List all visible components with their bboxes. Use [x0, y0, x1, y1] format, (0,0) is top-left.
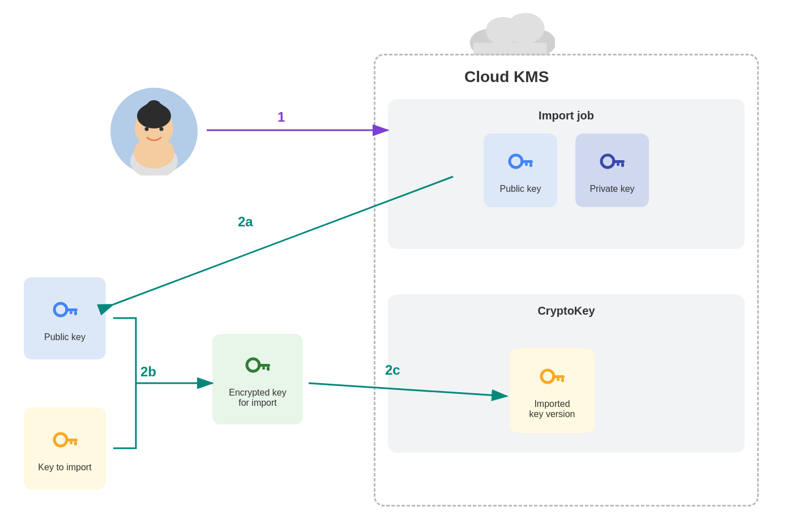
private-key-icon	[596, 147, 628, 178]
svg-point-14	[541, 370, 554, 383]
left-public-key-card: Public key	[24, 277, 106, 359]
svg-point-6	[510, 155, 522, 168]
left-public-key-label: Public key	[44, 332, 86, 342]
svg-point-37	[144, 109, 164, 118]
svg-rect-13	[617, 163, 620, 166]
svg-rect-29	[262, 367, 265, 370]
import-job-private-key-card: Private key	[575, 134, 649, 207]
public-key-icon	[505, 147, 536, 178]
svg-rect-28	[267, 367, 270, 371]
person-avatar	[110, 88, 198, 178]
arrow-1-label: 1	[277, 109, 285, 125]
svg-point-22	[54, 434, 67, 446]
svg-rect-27	[258, 364, 270, 367]
imported-key-icon	[536, 362, 568, 393]
import-job-title: Import job	[539, 109, 594, 122]
svg-rect-23	[65, 439, 78, 441]
arrow-2b-label: 2b	[140, 364, 156, 379]
svg-point-39	[160, 127, 164, 131]
encrypted-key-label: Encrypted keyfor import	[229, 388, 286, 408]
diagram-container: Cloud KMS Import job Public key	[0, 0, 786, 532]
import-job-keys: Public key Private key	[484, 134, 649, 207]
svg-point-10	[601, 155, 614, 168]
imported-key-version-card: Importedkey version	[510, 348, 595, 433]
cloud-kms-title: Cloud KMS	[464, 68, 549, 86]
key-to-import-label: Key to import	[38, 462, 91, 473]
svg-rect-9	[525, 163, 528, 166]
svg-point-4	[506, 13, 544, 44]
svg-rect-21	[70, 311, 72, 314]
svg-point-26	[247, 359, 259, 371]
svg-rect-24	[74, 441, 77, 445]
svg-rect-17	[557, 378, 559, 381]
svg-rect-15	[552, 375, 565, 378]
import-job-box: Import job Public key	[388, 99, 745, 249]
encrypted-key-card: Encrypted keyfor import	[212, 334, 303, 424]
svg-point-38	[145, 127, 149, 131]
cryptokey-title: CryptoKey	[537, 304, 595, 318]
import-job-public-key-label: Public key	[500, 184, 541, 194]
cloud-shape	[464, 10, 555, 58]
key-to-import-card: Key to import	[24, 407, 106, 490]
svg-rect-12	[621, 163, 624, 167]
svg-rect-20	[74, 311, 77, 315]
svg-rect-16	[561, 378, 564, 382]
svg-rect-11	[612, 160, 625, 163]
import-job-public-key-card: Public key	[484, 134, 557, 207]
encrypted-key-icon	[242, 350, 274, 382]
svg-rect-25	[70, 441, 72, 444]
key-to-import-icon	[49, 425, 81, 457]
left-public-key-icon	[49, 295, 81, 327]
svg-rect-8	[529, 163, 532, 167]
arrow-2a-label: 2a	[238, 214, 253, 229]
svg-rect-7	[520, 160, 533, 163]
import-job-private-key-label: Private key	[590, 184, 634, 194]
svg-point-18	[54, 303, 67, 316]
imported-key-version-label: Importedkey version	[529, 399, 575, 419]
svg-rect-19	[65, 308, 78, 311]
